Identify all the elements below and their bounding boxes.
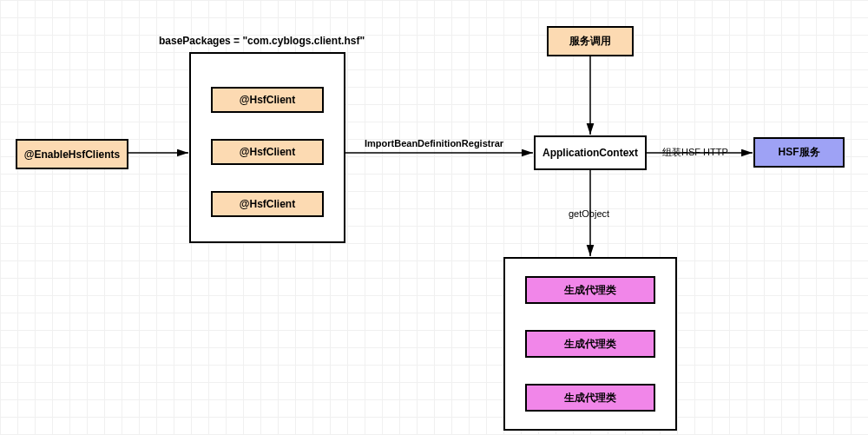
enable-hsf-clients-box: @EnableHsfClients	[16, 139, 128, 169]
base-packages-label: basePackages = "com.cyblogs.client.hsf"	[159, 35, 365, 47]
assemble-hsf-edge-label: 组装HSF HTTP	[662, 146, 728, 159]
import-registrar-edge-label: ImportBeanDefinitionRegistrar	[365, 138, 503, 148]
get-object-edge-label: getObject	[569, 208, 609, 219]
application-context-box: ApplicationContext	[534, 135, 647, 170]
hsf-client-box-2: @HsfClient	[211, 139, 324, 165]
diagram-edges	[0, 0, 868, 435]
proxy-class-box-1: 生成代理类	[525, 276, 655, 304]
proxy-class-box-3: 生成代理类	[525, 384, 655, 412]
proxy-class-box-2: 生成代理类	[525, 330, 655, 358]
hsf-client-box-1: @HsfClient	[211, 87, 324, 113]
service-call-box: 服务调用	[547, 26, 634, 56]
hsf-client-box-3: @HsfClient	[211, 191, 324, 217]
hsf-service-box: HSF服务	[753, 137, 845, 168]
